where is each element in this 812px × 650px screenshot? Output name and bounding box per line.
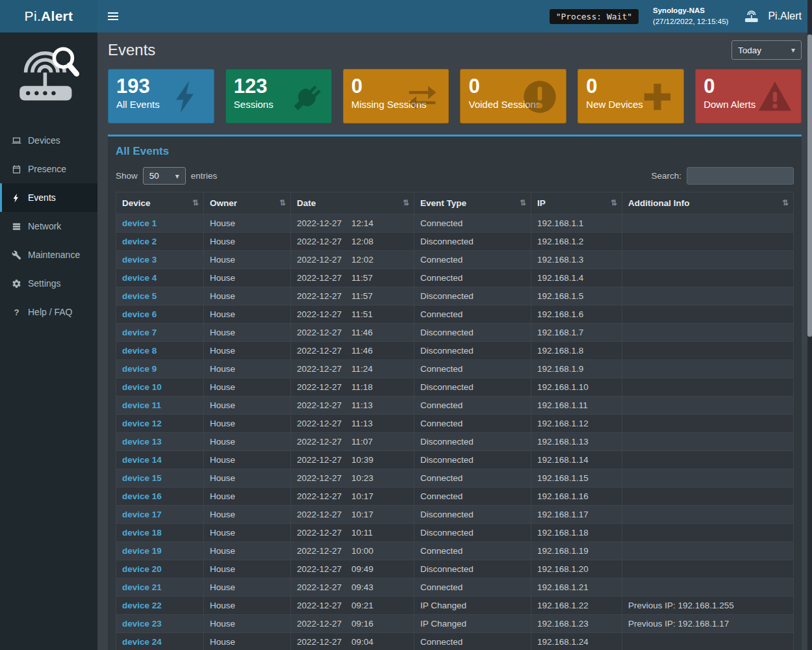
scrollbar-thumb[interactable] — [807, 34, 812, 337]
cell-additional-info — [622, 469, 794, 488]
column-header-device[interactable]: Device⇅ — [116, 192, 204, 214]
sidebar-item-settings[interactable]: Settings — [0, 269, 97, 298]
cell-device: device 11 — [116, 396, 204, 415]
chevron-down-icon: ▾ — [175, 172, 179, 181]
event-time: 11:13 — [351, 419, 373, 428]
cell-event-type: Disconnected — [414, 233, 531, 251]
event-time: 11:24 — [351, 364, 373, 374]
cell-ip: 192.168.1.3 — [531, 251, 622, 269]
device-link[interactable]: device 21 — [122, 582, 162, 592]
cell-additional-info — [622, 306, 794, 324]
event-time: 09:43 — [351, 582, 374, 592]
device-link[interactable]: device 5 — [122, 291, 157, 301]
card-sessions[interactable]: 123 Sessions — [225, 69, 332, 124]
cell-ip: 192.168.1.13 — [531, 433, 622, 451]
device-link[interactable]: device 7 — [122, 328, 157, 337]
cell-owner: House — [204, 506, 291, 524]
table-row: device 15House2022-12-2710:23Connected19… — [116, 469, 794, 488]
cell-ip: 192.168.1.23 — [531, 615, 622, 633]
page-size-value: 50 — [149, 171, 159, 181]
device-link[interactable]: device 12 — [122, 419, 162, 428]
card-new-devices[interactable]: 0 New Devices — [577, 69, 684, 124]
sidebar-item-presence[interactable]: Presence — [0, 155, 97, 183]
column-header-owner[interactable]: Owner⇅ — [204, 192, 291, 214]
device-link[interactable]: device 22 — [122, 601, 162, 610]
cell-owner: House — [204, 214, 291, 233]
cell-additional-info — [622, 396, 794, 415]
device-link[interactable]: device 13 — [122, 437, 162, 447]
device-link[interactable]: device 16 — [122, 491, 162, 501]
device-link[interactable]: device 14 — [122, 455, 162, 465]
card-voided-sessions[interactable]: 0 Voided Sessions — [460, 69, 566, 124]
all-events-panel: All Events Show 50 ▾ entries Search: — [108, 135, 802, 650]
cell-device: device 24 — [116, 633, 204, 650]
table-row: device 12House2022-12-2711:13Connected19… — [116, 415, 794, 433]
sidebar-item-label: Events — [28, 192, 56, 203]
cell-owner: House — [204, 251, 291, 269]
sidebar-item-network[interactable]: Network — [0, 212, 97, 240]
column-header-additional-info[interactable]: Additional Info⇅ — [622, 192, 794, 214]
column-header-event-type[interactable]: Event Type⇅ — [414, 192, 531, 214]
page-size-select[interactable]: 50 ▾ — [143, 167, 186, 185]
column-header-ip[interactable]: IP⇅ — [531, 192, 622, 214]
card-down-alerts[interactable]: 0 Down Alerts — [695, 69, 802, 124]
cell-event-type: Connected — [414, 396, 531, 415]
device-link[interactable]: device 24 — [122, 637, 162, 647]
column-header-date[interactable]: Date⇅ — [291, 192, 414, 214]
cell-event-type: Connected — [414, 542, 531, 560]
device-link[interactable]: device 4 — [122, 273, 157, 283]
card-all-events[interactable]: 193 All Events — [108, 69, 214, 124]
event-date: 2022-12-27 — [297, 455, 342, 465]
event-time: 12:14 — [351, 218, 374, 228]
search-input[interactable] — [687, 167, 794, 185]
device-link[interactable]: device 9 — [122, 364, 157, 374]
device-link[interactable]: device 3 — [122, 255, 157, 265]
device-link[interactable]: device 10 — [122, 382, 162, 392]
cell-owner: House — [204, 233, 291, 251]
device-link[interactable]: device 15 — [122, 473, 162, 483]
cell-device: device 17 — [116, 506, 204, 524]
cell-owner: House — [204, 597, 291, 615]
event-time: 10:39 — [351, 455, 374, 465]
cell-additional-info — [622, 269, 794, 287]
event-date: 2022-12-27 — [297, 564, 342, 574]
table-row: device 17House2022-12-2710:17Disconnecte… — [116, 506, 794, 524]
cell-ip: 192.168.1.12 — [531, 415, 622, 433]
event-time: 11:18 — [351, 382, 373, 392]
sidebar-item-events[interactable]: Events — [0, 183, 97, 212]
sidebar-item-label: Network — [28, 221, 61, 231]
device-link[interactable]: device 11 — [122, 400, 161, 410]
device-link[interactable]: device 18 — [122, 528, 162, 538]
cell-ip: 192.168.1.4 — [531, 269, 622, 287]
cell-additional-info — [622, 214, 794, 233]
cell-date: 2022-12-2710:17 — [291, 506, 414, 524]
event-time: 12:08 — [351, 237, 374, 246]
period-select[interactable]: Today ▾ — [731, 40, 802, 60]
sidebar-item-devices[interactable]: Devices — [0, 126, 97, 155]
event-date: 2022-12-27 — [297, 437, 342, 447]
cell-additional-info — [622, 415, 794, 433]
cell-additional-info — [622, 233, 794, 251]
sidebar-item-maintenance[interactable]: Maintenance — [0, 240, 97, 269]
hamburger-icon[interactable] — [108, 12, 118, 20]
event-date: 2022-12-27 — [297, 619, 342, 629]
card-missing-sessions[interactable]: 0 Missing Sessions — [343, 69, 450, 124]
device-link[interactable]: device 17 — [122, 510, 162, 519]
cell-ip: 192.168.1.8 — [531, 342, 622, 360]
device-link[interactable]: device 8 — [122, 346, 157, 356]
scrollbar-track[interactable] — [807, 0, 812, 650]
panel-title: All Events — [116, 145, 794, 158]
cell-additional-info — [622, 578, 794, 597]
table-row: device 6House2022-12-2711:51Connected192… — [116, 306, 794, 324]
device-link[interactable]: device 20 — [122, 564, 162, 574]
cell-owner: House — [204, 542, 291, 560]
device-link[interactable]: device 19 — [122, 546, 162, 556]
sidebar-item-help[interactable]: ? Help / FAQ — [0, 298, 97, 326]
event-date: 2022-12-27 — [297, 218, 342, 228]
device-link[interactable]: device 6 — [122, 309, 157, 319]
device-link[interactable]: device 1 — [122, 218, 157, 228]
device-link[interactable]: device 23 — [122, 619, 162, 629]
device-link[interactable]: device 2 — [122, 237, 157, 246]
header-brand[interactable]: Pi.Alert — [742, 8, 802, 24]
app-logo[interactable]: Pi.Alert — [0, 0, 97, 32]
